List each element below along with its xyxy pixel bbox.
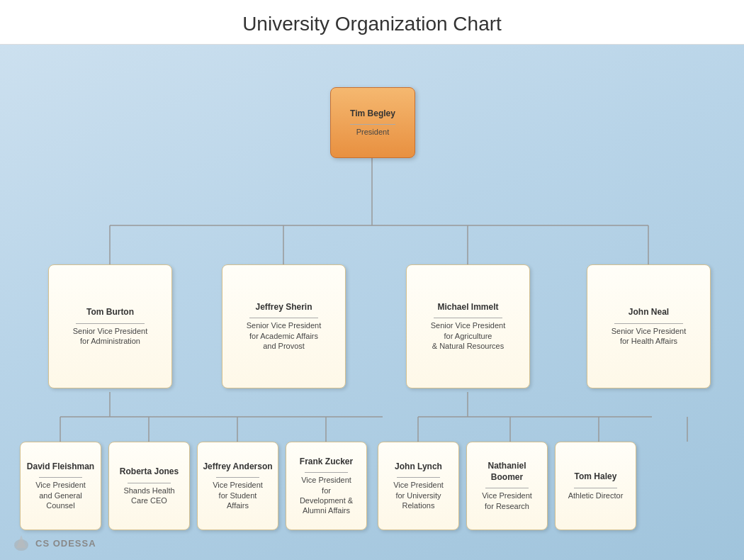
michael-immelt-title: Senior Vice Presidentfor Agriculture& Na… — [431, 320, 506, 351]
page-title-bar: University Organization Chart — [0, 0, 744, 45]
jeffrey-anderson-name: Jeffrey Anderson — [203, 461, 272, 473]
jeffrey-sherin-node: Jeffrey Sherin Senior Vice Presidentfor … — [222, 264, 346, 388]
nathaniel-boomer-node: Nathaniel Boomer Vice Presidentfor Resea… — [466, 442, 548, 530]
president-node: Tim Begley President — [330, 87, 415, 158]
jeffrey-sherin-title: Senior Vice Presidentfor Academic Affair… — [247, 320, 322, 351]
president-title: President — [356, 127, 389, 137]
jeffrey-anderson-title: Vice Presidentfor StudentAffairs — [213, 480, 263, 510]
roberta-jones-name: Roberta Jones — [120, 466, 179, 478]
tom-burton-title: Senior Vice Presidentfor Administration — [73, 326, 148, 347]
chart-area: Tim Begley President Tom Burton Senior V… — [0, 45, 744, 560]
roberta-jones-node: Roberta Jones Shands HealthCare CEO — [108, 442, 190, 530]
frank-zucker-title: Vice PresidentforDevelopment &Alumni Aff… — [300, 475, 353, 515]
tom-haley-name: Tom Haley — [575, 471, 617, 483]
john-lynch-node: John Lynch Vice Presidentfor UniversityR… — [378, 442, 459, 530]
david-fleishman-name: David Fleishman — [27, 461, 94, 473]
watermark-text: CS ODESSA — [35, 538, 96, 549]
michael-immelt-name: Michael Immelt — [437, 302, 498, 313]
tom-haley-node: Tom Haley Athletic Director — [555, 442, 636, 530]
page-title: University Organization Chart — [0, 13, 744, 35]
tom-burton-node: Tom Burton Senior Vice Presidentfor Admi… — [48, 264, 172, 388]
president-name: Tim Begley — [350, 108, 395, 120]
nathaniel-boomer-title: Vice Presidentfor Research — [482, 491, 532, 511]
john-lynch-title: Vice Presidentfor UniversityRelations — [393, 480, 444, 510]
david-fleishman-title: Vice Presidentand GeneralCounsel — [35, 480, 86, 510]
tom-haley-title: Athletic Director — [568, 491, 624, 500]
tom-burton-name: Tom Burton — [86, 307, 134, 318]
nathaniel-boomer-name: Nathaniel Boomer — [471, 461, 543, 483]
john-lynch-name: John Lynch — [395, 461, 442, 473]
michael-immelt-node: Michael Immelt Senior Vice Presidentfor … — [406, 264, 530, 388]
frank-zucker-node: Frank Zucker Vice PresidentforDevelopmen… — [286, 442, 367, 530]
john-neal-node: John Neal Senior Vice Presidentfor Healt… — [587, 264, 711, 388]
roberta-jones-title: Shands HealthCare CEO — [123, 486, 174, 506]
frank-zucker-name: Frank Zucker — [300, 457, 353, 468]
jeffrey-sherin-name: Jeffrey Sherin — [255, 302, 312, 313]
david-fleishman-node: David Fleishman Vice Presidentand Genera… — [20, 442, 101, 530]
watermark: CS ODESSA — [11, 532, 96, 554]
watermark-logo — [11, 532, 32, 554]
john-neal-name: John Neal — [629, 307, 669, 318]
jeffrey-anderson-node: Jeffrey Anderson Vice Presidentfor Stude… — [197, 442, 278, 530]
john-neal-title: Senior Vice Presidentfor Health Affairs — [611, 326, 687, 347]
